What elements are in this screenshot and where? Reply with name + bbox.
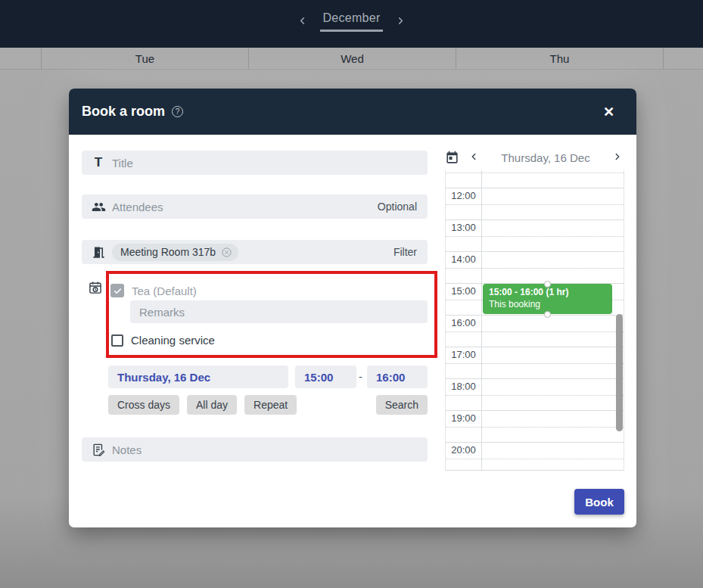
remarks-placeholder: Remarks [139,306,185,319]
time-label: 15:00 [446,285,481,297]
modal-title-text: Book a room [82,104,165,120]
next-day-button[interactable] [611,150,624,166]
weekday-header-row: TueWedThu [0,48,703,70]
attendees-placeholder: Attendees [112,201,163,213]
title-text-icon: T [91,155,106,170]
time-label: 18:00 [446,381,481,392]
modal-header: Book a room ? ✕ [69,89,636,135]
timeline-hour-row[interactable]: 13:00 [446,219,624,251]
action-all-day-button[interactable]: All day [187,395,237,415]
timeline-grid[interactable]: 12:0013:0014:0015:0016:0017:0018:0019:00… [445,170,624,471]
chip-remove-icon[interactable] [221,247,232,258]
notes-document-icon [91,443,106,457]
time-label: 20:00 [446,444,481,456]
title-placeholder: Title [112,157,133,170]
chevron-right-icon [612,151,623,164]
close-icon[interactable]: ✕ [600,102,624,122]
page: December TueWedThu Book a room ? ✕ T Tit… [0,0,703,588]
time-gutter-cell [0,48,42,69]
weekday-filler-cell [664,48,703,69]
tea-checkbox-checked[interactable] [110,284,124,297]
prev-month-button[interactable] [295,14,310,30]
timeline-hour-row[interactable]: 16:00 [446,315,624,347]
prev-day-button[interactable] [467,150,481,166]
end-time-value: 16:00 [376,371,405,384]
timeline-hour-row[interactable]: 14:00 [446,251,624,283]
chevron-left-icon [468,151,479,164]
action-cross-days-button[interactable]: Cross days [108,395,179,415]
room-door-icon [91,245,106,260]
timeline-hour-row[interactable]: 19:00 [446,410,624,442]
time-label: 14:00 [446,254,481,265]
cleaning-label: Cleaning service [131,334,215,347]
event-time-range: 15:00 - 16:00 (1 hr) [489,286,606,298]
day-view-header: Thursday, 16 Dec [445,146,624,169]
event-resize-handle-top[interactable] [544,281,551,288]
attendees-people-icon [91,200,106,214]
timeline-hour-row[interactable]: 18:00 [446,378,624,410]
timeline-partial-row [446,170,624,188]
modal-title: Book a room ? [82,104,183,120]
action-repeat-button[interactable]: Repeat [244,395,297,415]
room-chip[interactable]: Meeting Room 317b [112,244,238,261]
date-value: Thursday, 16 Dec [117,371,210,384]
start-time-value: 15:00 [304,371,333,384]
scrollbar-thumb[interactable] [616,314,623,431]
start-time-field[interactable]: 15:00 [295,366,356,388]
attendees-input[interactable]: Attendees Optional [82,194,428,219]
timeline-hour-row[interactable]: 12:00 [446,188,624,219]
tea-service-row: Tea (Default) [110,284,197,297]
month-navigation: December [295,11,407,32]
time-range-separator: - [359,366,362,388]
notes-input[interactable]: Notes [82,437,428,462]
time-label: 17:00 [446,349,481,360]
annotation-highlight-box: Tea (Default) Remarks Cleaning service [106,271,437,358]
remarks-input[interactable]: Remarks [130,300,428,323]
book-room-modal: Book a room ? ✕ T Title Attendees Option… [69,89,636,527]
calendar-event-this-booking[interactable]: 15:00 - 16:00 (1 hr) This booking [483,284,612,314]
help-icon[interactable]: ? [172,106,183,117]
cleaning-checkbox-unchecked[interactable] [111,334,123,347]
notes-placeholder: Notes [112,443,142,456]
chevron-right-icon [395,15,406,29]
action-buttons: Cross daysAll dayRepeatSearch [108,395,428,415]
end-time-field[interactable]: 16:00 [367,366,428,388]
top-navbar: December [0,0,703,48]
date-picker-field[interactable]: Thursday, 16 Dec [108,366,288,388]
search-button[interactable]: Search [376,395,428,415]
tea-label: Tea (Default) [132,285,197,297]
filter-button[interactable]: Filter [393,246,417,258]
chevron-left-icon [297,15,308,29]
time-label: 13:00 [446,222,481,233]
time-label: 16:00 [446,317,481,328]
room-chip-label: Meeting Room 317b [120,246,216,258]
room-input[interactable]: Meeting Room 317b Filter [82,240,428,264]
time-label: 12:00 [446,190,481,201]
weekday-header-tue: Tue [42,48,249,69]
time-label: 19:00 [446,412,481,424]
weekday-header-thu: Thu [456,48,664,69]
month-label[interactable]: December [320,11,382,32]
event-resize-handle-bottom[interactable] [544,311,551,318]
today-calendar-icon[interactable] [445,151,459,165]
event-title: This booking [489,298,606,310]
title-input[interactable]: T Title [82,151,428,175]
cleaning-service-row: Cleaning service [111,334,215,347]
attendees-optional-label: Optional [378,201,417,213]
next-month-button[interactable] [393,14,408,30]
timeline-hour-row[interactable]: 20:00 [446,442,624,470]
weekday-header-wed: Wed [249,48,456,69]
timeline-hour-row[interactable]: 17:00 [446,347,624,378]
book-button[interactable]: Book [574,489,624,515]
date-calendar-clock-icon [88,280,103,298]
day-view-date-label: Thursday, 16 Dec [481,151,611,164]
